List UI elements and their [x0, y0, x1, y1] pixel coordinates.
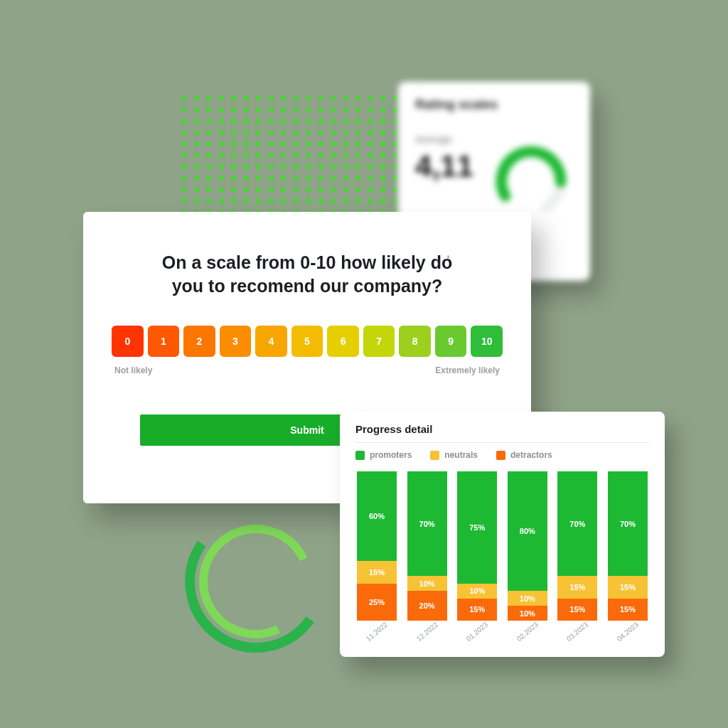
nps-option-5[interactable]: 5: [291, 326, 323, 357]
segment-neutrals: 10%: [508, 591, 547, 606]
segment-promoters: 60%: [357, 471, 397, 561]
bar-04.2023: 70%15%15%: [608, 471, 648, 621]
segment-neutrals: 10%: [407, 576, 447, 591]
nps-option-0[interactable]: 0: [112, 326, 144, 357]
bar-11.2022: 60%15%25%: [357, 471, 397, 621]
nps-option-10[interactable]: 10: [471, 326, 503, 357]
nps-option-9[interactable]: 9: [435, 326, 467, 357]
scale-low-label: Not likely: [114, 365, 152, 375]
nps-scale-row: 012345678910: [112, 326, 503, 357]
nps-option-1[interactable]: 1: [148, 326, 180, 357]
bar-03.2023: 70%15%15%: [557, 471, 597, 621]
stacked-bar-chart: 60%15%25%70%10%20%75%10%15%80%10%10%70%1…: [355, 471, 649, 621]
segment-detractors: 20%: [407, 591, 447, 621]
legend-neutrals: neutrals: [430, 450, 478, 460]
segment-neutrals: 15%: [357, 561, 397, 584]
nps-option-4[interactable]: 4: [255, 326, 287, 357]
svg-point-1: [492, 142, 570, 220]
segment-promoters: 75%: [457, 471, 497, 584]
segment-promoters: 70%: [608, 471, 648, 576]
legend-swatch-neutrals: [430, 451, 439, 460]
legend-detractors: detractors: [496, 450, 552, 460]
segment-promoters: 80%: [508, 471, 547, 591]
segment-promoters: 70%: [407, 471, 447, 576]
bar-02.2023: 80%10%10%: [508, 471, 547, 621]
bar-01.2023: 75%10%15%: [457, 471, 497, 621]
nps-option-2[interactable]: 2: [183, 326, 215, 357]
legend-promoters: promoters: [355, 450, 412, 460]
legend-swatch-detractors: [496, 451, 505, 460]
segment-detractors: 25%: [357, 584, 397, 621]
segment-promoters: 70%: [557, 471, 597, 576]
segment-neutrals: 10%: [457, 584, 497, 599]
gauge-icon: [492, 142, 570, 220]
chart-legend: promoters neutrals detractors: [355, 450, 649, 460]
bar-12.2022: 70%10%20%: [407, 471, 447, 621]
nps-option-6[interactable]: 6: [327, 326, 359, 357]
nps-option-7[interactable]: 7: [363, 326, 395, 357]
decorative-rings: [181, 507, 331, 656]
segment-neutrals: 15%: [608, 576, 648, 599]
segment-neutrals: 15%: [557, 576, 597, 599]
chart-x-labels: 11.202212.202201.202302.202303.202304.20…: [355, 621, 649, 636]
legend-swatch-promoters: [355, 451, 365, 460]
rating-scales-title: Rating scales: [415, 97, 573, 112]
nps-option-3[interactable]: 3: [220, 326, 252, 357]
scale-high-label: Extremely likely: [435, 365, 500, 375]
nps-option-8[interactable]: 8: [399, 326, 431, 357]
progress-detail-card: Progress detail promoters neutrals detra…: [340, 412, 665, 657]
survey-question: On a scale from 0-10 how likely do you t…: [151, 251, 464, 297]
progress-title: Progress detail: [355, 423, 649, 443]
